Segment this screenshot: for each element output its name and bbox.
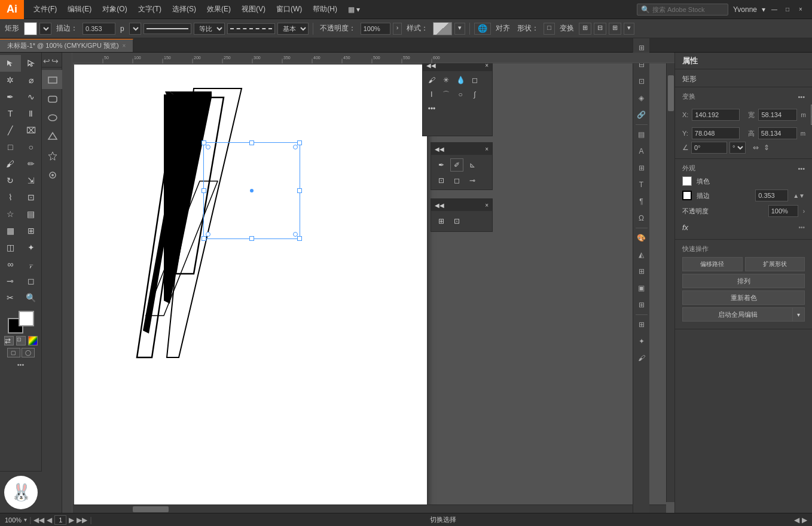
angle-input[interactable] [691, 142, 727, 154]
status-right-arrows-2[interactable]: ▶ [802, 516, 807, 524]
handle-ml[interactable] [202, 188, 206, 193]
shape-ellipse[interactable] [42, 108, 63, 127]
mesh-tool[interactable]: ⊞ [21, 222, 42, 239]
magic-wand-tool[interactable]: ✲ [0, 72, 21, 88]
mini-tool-4[interactable]: ⊡ [435, 174, 448, 187]
artboard[interactable] [74, 65, 427, 507]
flip-v-btn[interactable]: ⇕ [764, 143, 770, 152]
slice-tool[interactable]: ⊸ [0, 273, 21, 289]
handle-tl[interactable] [202, 140, 206, 145]
brush-type-3[interactable]: ○ [454, 88, 467, 101]
color-guide-btn-strip[interactable]: ◭ [634, 247, 649, 262]
opacity-right-btn[interactable]: › [393, 23, 402, 35]
shape-rounded-rect[interactable] [42, 89, 63, 108]
select-tool[interactable] [0, 55, 21, 72]
warp-tool[interactable]: ⌇ [0, 189, 21, 206]
swatches-btn[interactable]: ⊞ [634, 264, 649, 279]
handle-bl[interactable] [202, 236, 206, 241]
status-right-arrows[interactable]: ◀ [794, 516, 799, 524]
layers-btn[interactable]: ▤ [634, 127, 649, 142]
symbol-tool[interactable]: ☆ [0, 206, 21, 222]
eyedropper-tool[interactable]: ✦ [21, 239, 42, 256]
hscroll-thumb[interactable] [133, 506, 169, 512]
brush-type-1[interactable]: Ⅰ [425, 88, 438, 101]
eraser-tool[interactable]: ◻ [21, 273, 42, 289]
handle-mb[interactable] [249, 236, 254, 241]
w-input[interactable] [758, 109, 797, 121]
menu-text[interactable]: 文字(T) [133, 2, 166, 17]
search-stock-input[interactable] [652, 6, 724, 13]
swap-colors-btn[interactable]: ⇄ [4, 336, 14, 345]
rect-tool[interactable]: □ [0, 139, 21, 155]
opacity-input[interactable] [361, 23, 390, 35]
transform-options[interactable]: ⊟ [594, 23, 606, 35]
page-prev-btn[interactable]: ◀ [47, 516, 52, 524]
stroke-color-swatch[interactable] [682, 191, 692, 200]
arrange-btn[interactable]: ⊞ [609, 23, 621, 35]
maximize-button[interactable]: □ [783, 5, 792, 14]
appearance-btn[interactable]: ◈ [634, 91, 649, 105]
pen-tool[interactable]: ✒ [0, 88, 21, 105]
layout-switcher[interactable]: ▦ ▾ [343, 3, 365, 16]
pencil-tool[interactable]: ✏ [21, 155, 42, 172]
scissors-tool[interactable]: ✂ [0, 289, 21, 306]
lasso-tool[interactable]: ⌀ [21, 72, 42, 88]
color-btn[interactable]: 🎨 [634, 231, 649, 245]
artboards-btn[interactable]: ⊞ [634, 317, 649, 332]
arrange-btn-prop[interactable]: 排列 [682, 274, 805, 288]
canvas-area[interactable]: 50 100 150 200 250 300 350 400 4 [62, 53, 674, 513]
fill-mode-btn[interactable]: ▢ [7, 348, 20, 357]
brush-tool-3[interactable]: 💧 [454, 74, 467, 87]
global-edit-dropdown[interactable]: ▾ [793, 307, 805, 322]
handle-br[interactable] [297, 236, 302, 241]
recolor-btn[interactable]: 重新着色 [682, 290, 805, 305]
transform-more-btn[interactable]: ••• [798, 93, 805, 100]
flip-h-btn[interactable]: ⇔ [753, 143, 759, 152]
vertical-scrollbar[interactable] [666, 63, 674, 502]
shape-rect[interactable] [42, 70, 63, 89]
direct-select-tool[interactable] [21, 55, 42, 72]
fp-b-icon-2[interactable]: ⊡ [450, 215, 463, 228]
brush-type-2[interactable]: ⌒ [439, 88, 453, 101]
h-input[interactable] [758, 127, 797, 139]
outline-mode-btn[interactable]: ◯ [22, 348, 35, 357]
mini-tool-1[interactable]: ✒ [435, 158, 448, 172]
gradient-panel-btn[interactable]: ▣ [634, 281, 649, 295]
mini-tool-2[interactable]: ✐ [450, 158, 463, 172]
horizontal-scrollbar[interactable] [73, 504, 666, 513]
shape-polygon[interactable] [42, 127, 63, 146]
stroke-base-select[interactable]: 基本 [277, 23, 309, 35]
live-paint-tool[interactable]: ⍪ [21, 256, 42, 273]
type-tool-strip[interactable]: T [634, 178, 649, 192]
redo-btn[interactable]: ↪ [51, 56, 59, 66]
symbols-btn[interactable]: ✦ [634, 334, 649, 348]
free-transform-tool[interactable]: ⊡ [21, 189, 42, 206]
foreground-color-swatch[interactable] [19, 311, 34, 326]
menu-file[interactable]: 文件(F) [29, 2, 62, 17]
column-graph-tool[interactable]: ▦ [0, 222, 21, 239]
fill-swatch-toolbar[interactable] [24, 22, 37, 35]
stroke-unit-select[interactable] [129, 23, 141, 35]
expand-shape-btn[interactable]: 扩展形状 [745, 257, 805, 271]
rotate-tool[interactable]: ↻ [0, 172, 21, 189]
paintbrush-tool[interactable]: 🖌 [0, 155, 21, 172]
menu-help[interactable]: 帮助(H) [308, 2, 342, 17]
mini-tool-6[interactable]: ⊸ [466, 174, 479, 187]
undo-btn[interactable]: ↩ [43, 56, 50, 66]
page-next-btn[interactable]: ▶ [69, 516, 74, 524]
x-input[interactable] [692, 109, 740, 121]
corner-circle-tr[interactable] [293, 145, 298, 149]
type-vertical-tool[interactable]: Ⅱ [21, 105, 42, 122]
mini-tool-5[interactable]: ◻ [450, 174, 463, 187]
glyphs-btn[interactable]: Ω [634, 211, 649, 225]
fp-b-icon-1[interactable]: ⊞ [435, 215, 448, 228]
close-button[interactable]: × [796, 5, 805, 14]
zoom-tool[interactable]: 🔍 [21, 289, 42, 306]
curvature-tool[interactable]: ∿ [21, 88, 42, 105]
shape-icon-1[interactable]: □ [544, 23, 555, 35]
fp-bottom-close[interactable]: × [485, 202, 489, 209]
offset-path-btn[interactable]: 偏移路径 [682, 257, 743, 271]
user-name[interactable]: Yvonne [733, 5, 757, 14]
menu-view[interactable]: 视图(V) [237, 2, 270, 17]
user-dropdown-arrow[interactable]: ▾ [762, 5, 765, 14]
